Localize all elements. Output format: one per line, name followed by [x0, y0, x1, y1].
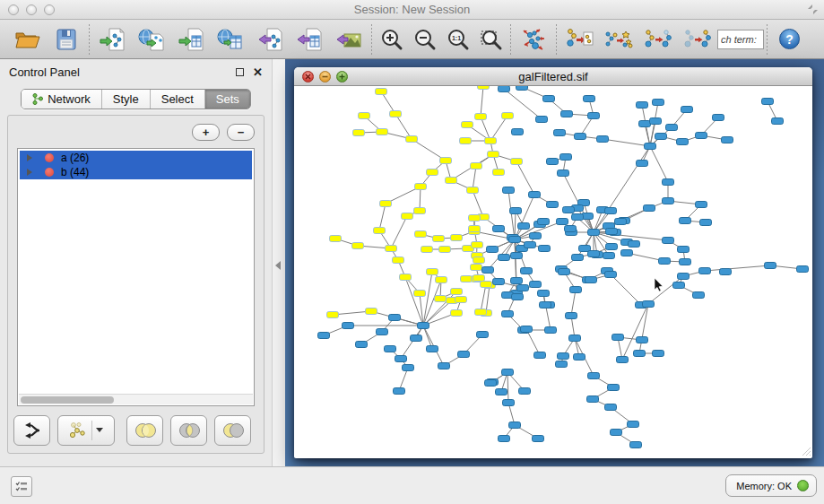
zoom-window-button[interactable]: [44, 4, 55, 15]
network-set-icon: [68, 421, 88, 439]
close-panel-icon[interactable]: ✕: [253, 66, 263, 78]
open-file-button[interactable]: [7, 22, 47, 57]
tab-select[interactable]: Select: [151, 90, 205, 109]
network-view-window[interactable]: galFiltered.sif: [294, 67, 812, 458]
zoom-fit-selected-button[interactable]: [474, 22, 507, 57]
save-floppy-icon: [55, 28, 78, 51]
maximize-view-button[interactable]: [336, 71, 348, 83]
split-sets-button[interactable]: [13, 415, 50, 446]
tab-sets[interactable]: Sets: [205, 90, 250, 109]
help-button[interactable]: ?: [779, 29, 800, 49]
horizontal-scrollbar[interactable]: [19, 394, 253, 404]
zoom-fit-selected-icon: [480, 28, 503, 51]
memory-status-button[interactable]: Memory: OK: [725, 474, 817, 497]
tab-sets-label: Sets: [216, 92, 239, 106]
set-color-dot: [45, 153, 54, 162]
sets-panel: + − a (26) b (44): [7, 115, 265, 454]
sets-list[interactable]: a (26) b (44): [17, 148, 255, 406]
minimize-window-button[interactable]: [26, 4, 37, 15]
close-window-button[interactable]: [8, 4, 19, 15]
import-network-file-button[interactable]: [92, 22, 132, 57]
set-color-dot: [45, 168, 54, 177]
set-operations-toolbar: [13, 413, 258, 447]
hide-selected-icon: [644, 27, 672, 52]
list-item-set-a[interactable]: a (26): [20, 151, 252, 165]
collapse-panel-handle[interactable]: [275, 261, 281, 270]
zoom-out-button[interactable]: [408, 22, 441, 57]
main-toolbar: 1:1: [0, 20, 824, 59]
import-network-web-button[interactable]: [132, 22, 171, 57]
zoom-actual-size-icon: 1:1: [447, 28, 470, 51]
tab-network[interactable]: Network: [22, 90, 102, 109]
control-panel: Control Panel ✕ Network: [0, 59, 272, 466]
new-network-from-selection-button[interactable]: [559, 22, 599, 57]
svg-text:1:1: 1:1: [451, 35, 460, 41]
task-history-button[interactable]: [11, 476, 32, 497]
list-item-set-b[interactable]: b (44): [20, 165, 252, 179]
export-image-button[interactable]: [329, 22, 369, 57]
export-image-icon: [335, 27, 362, 52]
scrollbar-thumb[interactable]: [21, 396, 114, 404]
import-network-file-icon: [99, 27, 126, 52]
export-table-icon: [296, 27, 323, 52]
import-table-web-icon: [217, 27, 244, 52]
network-desktop: galFiltered.sif: [285, 59, 824, 466]
export-table-button[interactable]: [290, 22, 329, 57]
network-graph[interactable]: [294, 86, 812, 457]
expand-arrow-icon[interactable]: [27, 154, 32, 161]
import-table-file-button[interactable]: [171, 22, 211, 57]
window-titlebar[interactable]: Session: New Session: [0, 0, 824, 20]
hide-selected-button[interactable]: [638, 22, 678, 57]
create-set-from-network-button[interactable]: [57, 415, 115, 446]
select-first-neighbors-button[interactable]: [599, 22, 638, 57]
add-set-button[interactable]: +: [192, 124, 220, 141]
network-window-titlebar[interactable]: galFiltered.sif: [294, 67, 812, 86]
close-view-button[interactable]: [302, 71, 314, 83]
task-checklist-icon: [15, 481, 28, 492]
export-network-icon: [256, 27, 283, 52]
import-network-web-icon: [138, 27, 165, 52]
set-label: a (26): [61, 152, 89, 164]
memory-status-label: Memory: OK: [736, 481, 792, 491]
show-all-button[interactable]: [678, 22, 717, 57]
float-panel-icon[interactable]: [236, 68, 244, 76]
save-session-button[interactable]: [47, 22, 86, 57]
zoom-actual-size-button[interactable]: 1:1: [441, 22, 474, 57]
zoom-out-icon: [413, 28, 437, 51]
memory-ok-indicator: [797, 480, 809, 491]
chevron-down-icon[interactable]: [96, 428, 103, 432]
network-canvas[interactable]: [294, 86, 812, 457]
import-table-web-button[interactable]: [211, 22, 250, 57]
network-tab-icon: [32, 93, 43, 105]
tab-style[interactable]: Style: [102, 90, 151, 109]
control-panel-header: Control Panel ✕: [0, 59, 272, 84]
minimize-view-button[interactable]: [319, 71, 331, 83]
window-title: Session: New Session: [0, 3, 824, 16]
apply-layout-button[interactable]: [514, 22, 553, 57]
fullscreen-icon[interactable]: [807, 4, 819, 15]
tab-style-label: Style: [113, 92, 139, 106]
intersection-sets-button[interactable]: [170, 415, 207, 446]
resize-grip[interactable]: [799, 444, 811, 456]
control-panel-title: Control Panel: [9, 65, 236, 79]
set-label: b (44): [61, 166, 89, 178]
export-network-button[interactable]: [250, 22, 290, 57]
traffic-lights: [8, 4, 55, 15]
difference-sets-button[interactable]: [214, 415, 251, 446]
union-sets-button[interactable]: [126, 415, 163, 446]
help-label: ?: [785, 32, 794, 47]
panel-splitter[interactable]: [272, 59, 285, 466]
tab-network-label: Network: [48, 92, 91, 106]
toolbar-separator: [556, 24, 557, 55]
network-window-lights: [302, 71, 348, 83]
expand-arrow-icon[interactable]: [27, 169, 32, 176]
zoom-in-button[interactable]: [375, 22, 408, 57]
network-window-title: galFiltered.sif: [518, 70, 587, 83]
show-all-icon: [683, 27, 712, 52]
remove-set-button[interactable]: −: [227, 124, 255, 141]
search-input[interactable]: [717, 30, 764, 49]
intersection-icon: [178, 421, 201, 439]
toolbar-separator: [767, 24, 768, 55]
tab-select-label: Select: [161, 92, 194, 106]
toolbar-separator: [371, 24, 372, 55]
